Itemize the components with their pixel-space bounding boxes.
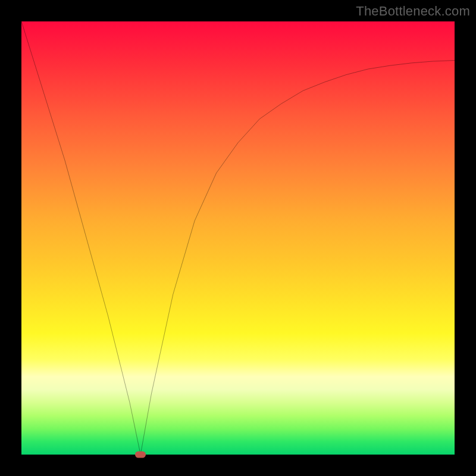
minimum-marker xyxy=(135,452,146,458)
chart-frame: TheBottleneck.com xyxy=(0,0,476,476)
curve-line xyxy=(21,21,455,455)
attribution-label: TheBottleneck.com xyxy=(356,4,470,19)
curve-svg xyxy=(21,21,455,455)
plot-area xyxy=(21,21,455,455)
